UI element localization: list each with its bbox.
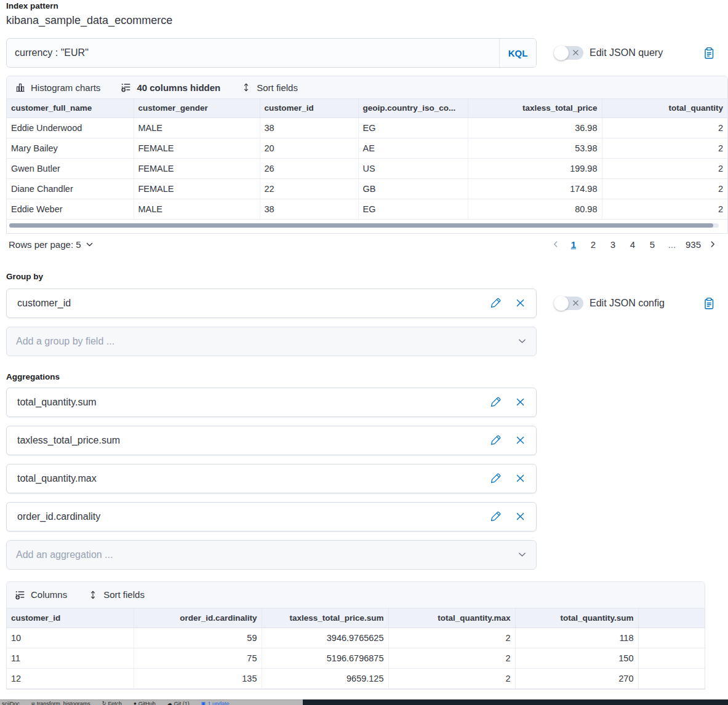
table-row: Eddie Weber MALE 38 EG 80.98 2: [7, 199, 727, 219]
aggregation-item-label: total_quantity.sum: [17, 397, 490, 408]
histogram-charts-button[interactable]: Histogram charts: [15, 82, 100, 93]
switch-off-x-icon: [572, 299, 580, 307]
query-text: currency : "EUR": [7, 47, 499, 58]
page-number[interactable]: 935: [686, 239, 701, 250]
status-bar-items: sciiDoc ψtransform_histograms ↻Fetch ●Gi…: [0, 699, 303, 705]
group-by-row: customer_id Edit JSON config: [6, 289, 722, 318]
table-cell: 2: [388, 628, 515, 648]
next-page-icon[interactable]: [708, 240, 717, 249]
previous-page-icon[interactable]: [551, 240, 560, 249]
column-header[interactable]: order_id.cardinality: [134, 608, 262, 628]
cloud-icon: ☁: [167, 700, 172, 705]
aggregation-item: total_quantity.max: [6, 464, 537, 493]
column-header[interactable]: taxless_total_price: [468, 99, 602, 118]
aggregation-row: order_id.cardinality: [6, 502, 722, 532]
table-cell: 150: [515, 648, 638, 669]
column-header[interactable]: geoip.country_iso_co...: [358, 99, 468, 118]
column-header[interactable]: customer_gender: [134, 99, 260, 118]
remove-icon[interactable]: [515, 435, 526, 445]
histogram-icon: [15, 82, 25, 92]
preview-table-panel: Columns Sort fields customer_id order_id…: [6, 581, 705, 690]
aggregations-label: Aggregations: [6, 372, 728, 381]
pencil-icon[interactable]: [490, 473, 501, 484]
sort-fields-button[interactable]: Sort fields: [241, 82, 298, 93]
table-cell: 2: [602, 158, 727, 178]
column-header[interactable]: customer_id: [260, 99, 358, 118]
page-ellipsis: ...: [666, 239, 678, 250]
statusbar-item[interactable]: ↻Fetch: [102, 700, 122, 705]
filler-cell: [638, 648, 705, 669]
pencil-icon[interactable]: [490, 435, 501, 445]
table-cell: FEMALE: [134, 158, 260, 178]
statusbar-item[interactable]: ψtransform_histograms: [31, 700, 90, 705]
switch-off-x-icon: [572, 49, 580, 57]
chevron-down-icon: [518, 337, 527, 346]
query-input[interactable]: currency : "EUR" KQL: [6, 38, 537, 68]
remove-icon[interactable]: [515, 397, 526, 407]
remove-icon[interactable]: [515, 298, 526, 308]
sort-icon: [88, 590, 98, 600]
column-header[interactable]: total_quantity: [602, 99, 727, 118]
kql-language-button[interactable]: KQL: [499, 39, 536, 67]
clipboard-icon[interactable]: [702, 297, 714, 310]
remove-icon[interactable]: [515, 511, 526, 522]
column-header[interactable]: total_quantity.sum: [515, 608, 638, 628]
table-cell: 75: [134, 648, 262, 669]
column-header[interactable]: customer_id: [7, 608, 134, 628]
aggregation-row: total_quantity.max: [6, 464, 722, 493]
source-header-row: customer_full_name customer_gender custo…: [7, 99, 727, 118]
statusbar-item[interactable]: ☁Git (1): [167, 700, 190, 705]
statusbar-update-item[interactable]: ▣1 update: [201, 700, 230, 705]
group-by-label: Group by: [6, 272, 728, 281]
columns-button[interactable]: Columns: [15, 589, 67, 600]
edit-json-query-label: Edit JSON query: [590, 47, 663, 58]
table-cell: 12: [7, 669, 134, 689]
pagination-pages: 1 2 3 4 5 ... 935: [551, 239, 722, 250]
statusbar-item-label: GitHub: [138, 700, 156, 705]
edit-json-config-switch[interactable]: [554, 297, 583, 310]
table-cell: 26: [260, 158, 358, 178]
sort-fields-button[interactable]: Sort fields: [88, 589, 145, 600]
remove-icon[interactable]: [515, 473, 526, 484]
column-header[interactable]: taxless_total_price.sum: [262, 608, 388, 628]
pencil-icon[interactable]: [490, 298, 501, 308]
column-header[interactable]: customer_full_name: [7, 99, 134, 118]
histogram-charts-label: Histogram charts: [31, 82, 100, 93]
horizontal-scrollbar-thumb[interactable]: [9, 223, 713, 228]
column-header[interactable]: total_quantity.max: [388, 608, 515, 628]
edit-json-query-switch[interactable]: [554, 46, 583, 60]
refresh-icon: ↻: [102, 700, 106, 705]
pencil-icon[interactable]: [490, 397, 501, 407]
horizontal-scrollbar[interactable]: [9, 223, 719, 228]
columns-hidden-button[interactable]: 40 columns hidden: [121, 82, 220, 93]
table-cell: 135: [134, 669, 262, 689]
table-cell: AE: [358, 138, 468, 158]
table-cell: 118: [515, 628, 638, 648]
aggregation-item-label: taxless_total_price.sum: [17, 435, 490, 446]
statusbar-item-label: sciiDoc: [2, 700, 20, 705]
table-cell: 53.98: [468, 138, 602, 158]
add-aggregation-select[interactable]: Add an aggregation ...: [6, 540, 537, 570]
clipboard-icon[interactable]: [702, 46, 714, 60]
page-number[interactable]: 2: [587, 239, 599, 250]
columns-label: Columns: [31, 589, 67, 600]
add-group-by-select[interactable]: Add a group by field ...: [6, 327, 537, 356]
add-aggregation-placeholder: Add an aggregation ...: [16, 549, 518, 560]
sort-fields-label: Sort fields: [103, 589, 145, 600]
rows-per-page-button[interactable]: Rows per page: 5: [6, 239, 94, 250]
table-cell: 38: [260, 199, 358, 219]
page-number[interactable]: 4: [626, 239, 639, 250]
git-branch-icon: ψ: [31, 700, 35, 705]
aggregation-item: total_quantity.sum: [6, 388, 537, 417]
table-cell: 199.98: [468, 158, 602, 178]
statusbar-item[interactable]: sciiDoc: [2, 700, 20, 705]
page-number[interactable]: 5: [646, 239, 658, 250]
statusbar-item[interactable]: ●GitHub: [134, 700, 156, 705]
table-row: 11 75 5196.6796875 2 150: [7, 648, 705, 669]
table-cell: EG: [358, 118, 468, 138]
page-number[interactable]: 1: [567, 239, 580, 250]
pencil-icon[interactable]: [490, 511, 501, 522]
table-cell: 22: [260, 178, 358, 199]
table-cell: Eddie Underwood: [7, 118, 134, 138]
page-number[interactable]: 3: [607, 239, 619, 250]
